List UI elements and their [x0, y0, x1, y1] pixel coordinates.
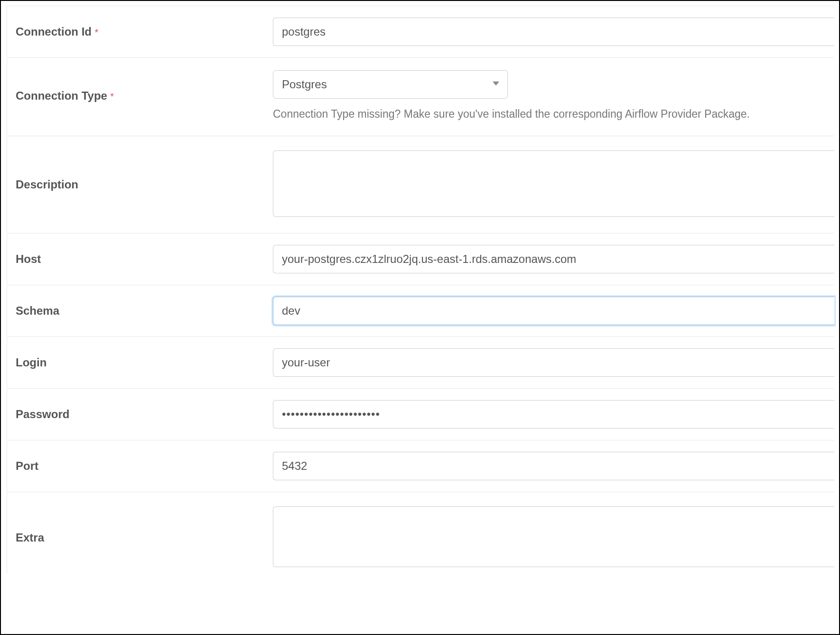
password-label: Password: [16, 408, 69, 420]
connection-form: Connection Id * Connection Type * Postgr…: [0, 0, 840, 635]
row-connection-id: Connection Id *: [7, 6, 834, 58]
input-cell-host: [273, 245, 834, 273]
label-cell-connection-type: Connection Type *: [7, 89, 273, 103]
host-input[interactable]: [273, 245, 834, 273]
row-connection-type: Connection Type * Postgres Connection Ty…: [7, 58, 834, 136]
label-cell-schema: Schema: [7, 304, 273, 318]
schema-input[interactable]: [273, 297, 834, 325]
description-label: Description: [16, 178, 78, 191]
login-input[interactable]: [273, 348, 834, 377]
label-cell-port: Port: [7, 459, 273, 473]
input-cell-login: [273, 348, 834, 377]
schema-label: Schema: [16, 304, 59, 317]
form-inner: Connection Id * Connection Type * Postgr…: [7, 6, 834, 574]
required-asterisk: *: [110, 91, 114, 102]
login-label: Login: [16, 356, 47, 369]
port-label: Port: [16, 459, 38, 472]
connection-type-label: Connection Type: [16, 89, 107, 102]
row-description: Description: [7, 136, 834, 233]
host-label: Host: [16, 252, 41, 265]
input-cell-port: [273, 452, 834, 480]
label-cell-password: Password: [7, 408, 273, 421]
row-login: Login: [7, 337, 834, 389]
required-asterisk: *: [94, 27, 98, 37]
row-host: Host: [7, 233, 834, 285]
row-extra: Extra: [7, 492, 834, 574]
connection-type-selected-value: Postgres: [282, 78, 327, 91]
connection-type-select-wrap: Postgres: [273, 70, 508, 99]
port-input[interactable]: [273, 452, 834, 480]
label-cell-extra: Extra: [7, 531, 273, 544]
input-cell-connection-type: Postgres Connection Type missing? Make s…: [273, 70, 834, 121]
row-port: Port: [7, 440, 834, 492]
connection-id-label: Connection Id: [16, 25, 92, 38]
label-cell-login: Login: [7, 356, 273, 369]
extra-label: Extra: [16, 531, 44, 544]
label-cell-connection-id: Connection Id *: [7, 25, 273, 38]
connection-type-help-text: Connection Type missing? Make sure you'v…: [273, 106, 834, 121]
input-cell-password: [273, 400, 834, 429]
extra-textarea[interactable]: [273, 506, 834, 567]
description-textarea[interactable]: [273, 150, 834, 217]
connection-id-input[interactable]: [273, 18, 834, 46]
label-cell-host: Host: [7, 252, 273, 266]
input-cell-connection-id: [273, 18, 834, 46]
input-cell-extra: [273, 506, 834, 569]
label-cell-description: Description: [7, 178, 273, 191]
row-password: Password: [7, 389, 834, 440]
input-cell-description: [273, 150, 834, 219]
password-input[interactable]: [273, 400, 834, 429]
connection-type-select[interactable]: Postgres: [273, 70, 508, 99]
input-cell-schema: [273, 297, 834, 325]
row-schema: Schema: [7, 285, 834, 337]
